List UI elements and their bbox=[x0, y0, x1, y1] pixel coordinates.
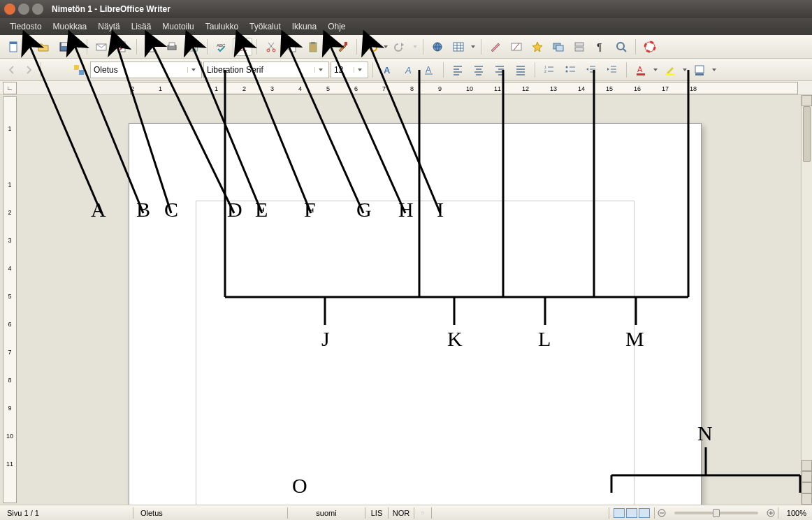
svg-point-29 bbox=[617, 43, 624, 50]
font-color-button[interactable]: A bbox=[631, 61, 651, 79]
font-color-dropdown[interactable] bbox=[652, 67, 659, 73]
show-draw-button[interactable] bbox=[486, 38, 505, 56]
vertical-scrollbar[interactable] bbox=[801, 95, 812, 505]
bg-color-button[interactable] bbox=[690, 61, 709, 79]
nav-back-button[interactable] bbox=[4, 62, 20, 78]
scroll-down-button[interactable] bbox=[802, 460, 812, 471]
menu-table[interactable]: Taulukko bbox=[200, 20, 244, 33]
font-dropdown-icon[interactable] bbox=[314, 67, 326, 73]
menu-tools[interactable]: Työkalut bbox=[244, 20, 287, 33]
redo-button[interactable] bbox=[391, 38, 410, 56]
new-dropdown[interactable] bbox=[25, 44, 32, 50]
spellcheck-button[interactable]: ABC bbox=[212, 38, 231, 56]
scroll-up-button[interactable] bbox=[802, 95, 812, 106]
highlight-button[interactable] bbox=[660, 61, 680, 79]
status-zoom[interactable]: 100% bbox=[778, 505, 812, 520]
view-multi-page[interactable] bbox=[626, 508, 637, 518]
style-dropdown-icon[interactable] bbox=[187, 67, 198, 73]
vertical-ruler[interactable]: 11234567891011 bbox=[3, 96, 17, 503]
email-button[interactable] bbox=[92, 38, 111, 56]
gallery-button[interactable] bbox=[549, 38, 568, 56]
menu-edit[interactable]: Muokkaa bbox=[48, 20, 93, 33]
bullet-list-button[interactable] bbox=[560, 61, 580, 79]
horizontal-ruler[interactable]: 21123456789101112131415161718 bbox=[130, 82, 798, 94]
align-right-button[interactable] bbox=[490, 61, 509, 79]
status-language[interactable]: suomi bbox=[288, 505, 365, 520]
window-maximize-button[interactable] bbox=[32, 3, 43, 15]
menu-format[interactable]: Muotoilu bbox=[157, 20, 199, 33]
save-dropdown[interactable] bbox=[75, 44, 82, 50]
view-book[interactable] bbox=[639, 508, 650, 518]
align-left-button[interactable] bbox=[448, 61, 467, 79]
view-single-page[interactable] bbox=[614, 508, 625, 518]
scroll-thumb[interactable] bbox=[803, 106, 811, 162]
zoom-in-button[interactable] bbox=[764, 505, 778, 520]
highlight-dropdown[interactable] bbox=[681, 67, 688, 73]
indent-decrease-button[interactable] bbox=[581, 61, 601, 79]
align-justify-button[interactable] bbox=[511, 61, 530, 79]
help-button[interactable] bbox=[640, 38, 660, 56]
hyperlink-button[interactable] bbox=[428, 38, 447, 56]
print-button[interactable] bbox=[162, 38, 182, 56]
bold-button[interactable]: A bbox=[377, 61, 397, 79]
paste-dropdown[interactable] bbox=[324, 44, 331, 50]
status-page[interactable]: Sivu 1 / 1 bbox=[0, 505, 133, 520]
align-center-button[interactable] bbox=[469, 61, 488, 79]
menubar: Tiedosto Muokkaa Näytä Lisää Muotoilu Ta… bbox=[0, 18, 812, 35]
page-up-button[interactable] bbox=[802, 471, 812, 482]
menu-file[interactable]: Tiedosto bbox=[4, 20, 48, 33]
menu-view[interactable]: Näytä bbox=[92, 20, 125, 33]
indent-increase-button[interactable] bbox=[602, 61, 622, 79]
copy-button[interactable] bbox=[282, 38, 302, 56]
zoom-slider[interactable] bbox=[674, 512, 758, 514]
navigator-button[interactable] bbox=[528, 38, 547, 56]
zoom-button[interactable] bbox=[611, 38, 631, 56]
menu-help[interactable]: Ohje bbox=[322, 20, 351, 33]
menu-insert[interactable]: Lisää bbox=[126, 20, 157, 33]
svg-rect-19 bbox=[311, 42, 315, 44]
nav-forward-button[interactable] bbox=[21, 62, 36, 78]
save-button[interactable] bbox=[55, 38, 74, 56]
window-minimize-button[interactable] bbox=[18, 3, 29, 15]
styles-button[interactable] bbox=[69, 61, 89, 79]
auto-spellcheck-button[interactable]: ABC bbox=[233, 38, 252, 56]
redo-dropdown[interactable] bbox=[412, 44, 419, 50]
fontsize-combo[interactable]: 12 bbox=[331, 62, 368, 78]
underline-button[interactable]: A bbox=[419, 61, 439, 79]
font-combo[interactable]: Liberation Serif bbox=[203, 62, 329, 78]
ruler-corner[interactable]: ∟ bbox=[3, 82, 17, 94]
paste-button[interactable] bbox=[303, 38, 323, 56]
svg-rect-33 bbox=[79, 70, 84, 75]
style-combo[interactable]: Oletus bbox=[90, 62, 202, 78]
document-canvas[interactable] bbox=[17, 95, 812, 505]
fontsize-dropdown-icon[interactable] bbox=[354, 67, 365, 73]
export-pdf-button[interactable]: PDF bbox=[141, 38, 161, 56]
status-signature[interactable] bbox=[414, 505, 431, 520]
status-insert-mode[interactable]: LIS bbox=[365, 505, 388, 520]
zoom-out-button[interactable] bbox=[655, 505, 669, 520]
undo-button[interactable] bbox=[361, 38, 381, 56]
svg-point-40 bbox=[566, 66, 568, 68]
find-button[interactable] bbox=[507, 38, 526, 56]
print-preview-button[interactable] bbox=[183, 38, 203, 56]
page-down-button[interactable] bbox=[802, 493, 812, 505]
cut-button[interactable] bbox=[261, 38, 281, 56]
numbered-list-button[interactable]: 12 bbox=[539, 61, 559, 79]
table-button[interactable] bbox=[449, 38, 468, 56]
nonprinting-button[interactable]: ¶ bbox=[590, 38, 610, 56]
format-paint-button[interactable] bbox=[333, 38, 352, 56]
status-selection-mode[interactable]: NOR bbox=[389, 505, 414, 520]
italic-button[interactable]: A bbox=[398, 61, 418, 79]
font-value: Liberation Serif bbox=[207, 65, 263, 75]
menu-window[interactable]: Ikkuna bbox=[287, 20, 322, 33]
nav-target-button[interactable] bbox=[802, 482, 812, 493]
bg-color-dropdown[interactable] bbox=[711, 67, 718, 73]
open-button[interactable] bbox=[34, 38, 53, 56]
window-close-button[interactable] bbox=[4, 3, 15, 15]
table-dropdown[interactable] bbox=[470, 44, 477, 50]
new-button[interactable] bbox=[4, 38, 24, 56]
edit-doc-button[interactable] bbox=[113, 38, 132, 56]
status-style[interactable]: Oletus bbox=[133, 505, 287, 520]
data-sources-button[interactable] bbox=[570, 38, 589, 56]
undo-dropdown[interactable] bbox=[382, 44, 389, 50]
